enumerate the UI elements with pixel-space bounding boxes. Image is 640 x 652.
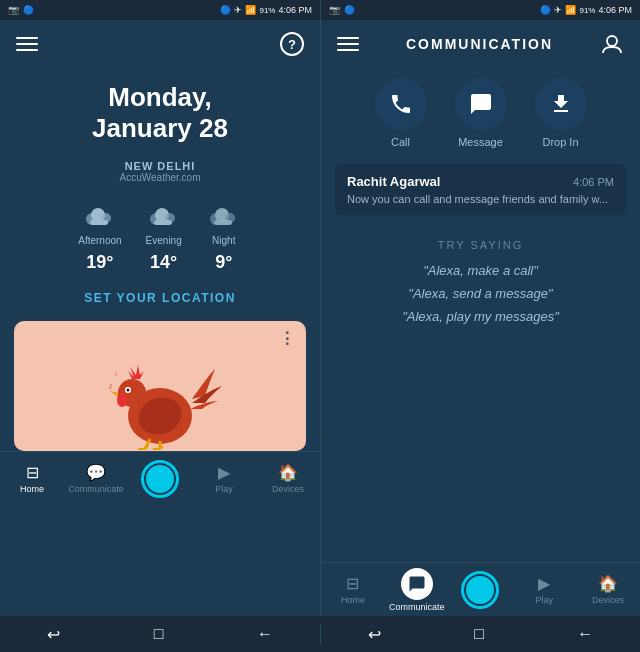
right-panel: COMMUNICATION Call [320,20,640,616]
svg-point-16 [127,389,130,392]
rooster-card: ⋮ [14,321,306,451]
android-back-left[interactable]: ← [257,625,273,643]
notification-header: Rachit Agarwal 4:06 PM [347,174,614,189]
android-home-left[interactable]: □ [154,625,164,643]
drop-in-button[interactable]: Drop In [535,78,587,148]
status-bar-right-left: 🔵✈📶91%4:06 PM [220,5,312,15]
right-bottom-nav: ⊟ Home Communicate ▶ Play [321,562,640,616]
night-label: Night [212,235,235,246]
communication-title: COMMUNICATION [359,36,600,52]
message-label: Message [458,136,503,148]
svg-rect-3 [90,220,108,225]
right-nav-devices[interactable]: 🏠 Devices [576,563,640,616]
evening-label: Evening [146,235,182,246]
left-bottom-nav: ⊟ Home 💬 Communicate ▶ Play 🏠 Devices [0,451,320,505]
profile-icon[interactable] [600,32,624,56]
left-nav-home[interactable]: ⊟ Home [0,452,64,505]
right-nav-home[interactable]: ⊟ Home [321,563,385,616]
notification-time: 4:06 PM [573,176,614,188]
set-location-button[interactable]: SET YOUR LOCATION [0,277,320,315]
right-header: COMMUNICATION [321,20,640,64]
left-header: ? [0,20,320,64]
notification-sender: Rachit Agarwal [347,174,440,189]
svg-text:♪: ♪ [114,369,118,378]
night-weather-icon [206,201,242,229]
afternoon-weather-icon [82,201,118,229]
right-hamburger-icon[interactable] [337,37,359,51]
drop-in-icon-circle [535,78,587,130]
svg-marker-14 [110,391,118,397]
try-saying-title: TRY SAYING [341,239,620,251]
weather-source: AccuWeather.com [10,172,310,183]
svg-point-28 [607,36,617,46]
notification-message: Now you can call and message friends and… [347,193,614,205]
svg-marker-17 [128,365,144,379]
drop-in-label: Drop In [542,136,578,148]
right-nav-communicate[interactable]: Communicate [385,563,449,616]
card-menu-icon[interactable]: ⋮ [279,329,296,348]
evening-weather-icon [146,201,182,229]
svg-point-18 [117,393,127,407]
svg-text:♪: ♪ [108,380,113,391]
afternoon-temp: 19° [86,252,113,273]
call-icon-circle [375,78,427,130]
weather-row: Afternoon 19° Evening 14° [0,187,320,277]
svg-rect-11 [214,220,232,225]
try-saying-item-2: "Alexa, send a message" [341,286,620,301]
svg-rect-7 [154,220,172,225]
status-bar-right-right: 🔵✈📶91%4:06 PM [540,5,632,15]
call-button[interactable]: Call [375,78,427,148]
android-recents-right[interactable]: ↩ [368,625,381,644]
right-nav-alexa[interactable] [449,563,513,616]
weather-evening: Evening 14° [146,201,182,273]
night-temp: 9° [215,252,232,273]
android-nav-bar: ↩ □ ← ↩ □ ← [0,616,640,652]
communication-buttons: Call Message Drop In [321,64,640,156]
android-home-right[interactable]: □ [474,625,484,643]
message-button[interactable]: Message [455,78,507,148]
weather-night: Night 9° [206,201,242,273]
left-panel: ? Monday, January 28 NEW DELHI AccuWeath… [0,20,320,616]
left-nav-devices[interactable]: 🏠 Devices [256,452,320,505]
message-icon-circle [455,78,507,130]
status-bar-left: 📷 🔵 [8,5,34,15]
android-recents-left[interactable]: ↩ [47,625,60,644]
weather-afternoon: Afternoon 19° [78,201,121,273]
rooster-illustration: ♪ ♪ [60,321,260,451]
left-nav-play[interactable]: ▶ Play [192,452,256,505]
notification-card: Rachit Agarwal 4:06 PM Now you can call … [335,164,626,215]
location-section: NEW DELHI AccuWeather.com [0,154,320,187]
city-name: NEW DELHI [10,160,310,172]
left-nav-alexa[interactable] [128,452,192,505]
try-saying-item-1: "Alexa, make a call" [341,263,620,278]
try-saying-section: TRY SAYING "Alexa, make a call" "Alexa, … [321,223,640,348]
date-text: Monday, January 28 [10,82,310,144]
right-nav-play[interactable]: ▶ Play [512,563,576,616]
afternoon-label: Afternoon [78,235,121,246]
help-icon[interactable]: ? [280,32,304,56]
status-bar-left-right: 📷 🔵 [329,5,355,15]
hamburger-menu-icon[interactable] [16,37,38,51]
call-label: Call [391,136,410,148]
left-nav-communicate[interactable]: 💬 Communicate [64,452,128,505]
try-saying-item-3: "Alexa, play my messages" [341,309,620,324]
evening-temp: 14° [150,252,177,273]
android-back-right[interactable]: ← [577,625,593,643]
date-section: Monday, January 28 [0,64,320,154]
